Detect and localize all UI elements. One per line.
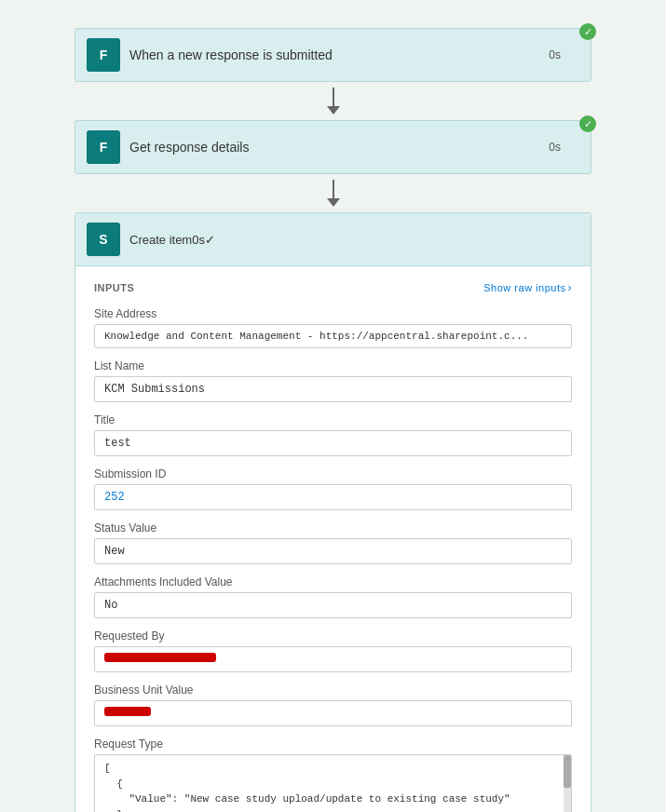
- field-list-name-label: List Name: [94, 359, 572, 372]
- step3-icon: S: [87, 223, 120, 256]
- field-request-type-value[interactable]: [ { "Value": "New case study upload/upda…: [95, 755, 571, 812]
- step1-card[interactable]: F When a new response is submitted 0s ✓: [75, 28, 591, 82]
- inputs-label-text: INPUTS: [94, 282, 134, 293]
- field-site-address: Site Address Knowledge and Content Manag…: [94, 307, 572, 348]
- field-request-type-code-wrapper: [ { "Value": "New case study upload/upda…: [94, 754, 572, 812]
- field-business-unit: Business Unit Value: [94, 683, 572, 726]
- field-list-name: List Name KCM Submissions: [94, 359, 572, 402]
- step3-header[interactable]: S Create item 0s ✓: [75, 213, 591, 266]
- arrow-2: [324, 174, 343, 212]
- redacted-bar-1: [104, 653, 216, 662]
- field-status-value-text: New: [94, 538, 572, 564]
- field-list-name-value: KCM Submissions: [94, 376, 572, 402]
- step1-duration: 0s: [549, 48, 561, 61]
- field-requested-by: Requested By: [94, 629, 572, 672]
- field-requested-by-value: [94, 646, 572, 672]
- step1-icon: F: [87, 38, 120, 72]
- field-submission-id-label: Submission ID: [94, 467, 572, 480]
- field-site-address-label: Site Address: [94, 307, 572, 320]
- step3-label: Create item: [129, 233, 192, 247]
- arrow-1: [324, 82, 343, 120]
- field-attachments-label: Attachments Included Value: [94, 575, 572, 589]
- inputs-section-header: INPUTS Show raw inputs ›: [94, 281, 572, 294]
- field-business-unit-label: Business Unit Value: [94, 683, 572, 697]
- field-status-value: Status Value New: [94, 521, 572, 564]
- field-attachments-value: No: [94, 592, 572, 618]
- step3-body: INPUTS Show raw inputs › Site Address Kn…: [75, 266, 591, 812]
- step2-duration: 0s: [549, 141, 561, 154]
- field-business-unit-value: [94, 700, 572, 726]
- show-raw-label: Show raw inputs: [483, 282, 565, 293]
- field-submission-id: Submission ID 252: [94, 467, 572, 510]
- step2-card[interactable]: F Get response details 0s ✓: [75, 120, 591, 174]
- step2-check: ✓: [579, 115, 596, 132]
- field-site-address-value: Knowledge and Content Management - https…: [94, 324, 572, 348]
- flow-container: F When a new response is submitted 0s ✓ …: [75, 28, 591, 812]
- chevron-right-icon: ›: [568, 281, 573, 294]
- show-raw-button[interactable]: Show raw inputs ›: [483, 281, 572, 294]
- field-title: Title test: [94, 413, 572, 456]
- step1-label: When a new response is submitted: [129, 47, 549, 62]
- field-status-label: Status Value: [94, 521, 572, 535]
- redacted-bar-2: [104, 707, 151, 716]
- field-requested-by-label: Requested By: [94, 629, 572, 643]
- field-submission-id-value: 252: [94, 484, 572, 510]
- step3-expanded-card: S Create item 0s ✓ INPUTS Show raw input…: [75, 212, 591, 812]
- field-attachments: Attachments Included Value No: [94, 575, 572, 618]
- field-title-label: Title: [94, 413, 572, 426]
- vertical-scrollbar-thumb: [564, 755, 571, 788]
- step3-check: ✓: [205, 233, 215, 247]
- step2-icon: F: [87, 130, 120, 164]
- step3-duration: 0s: [192, 233, 205, 247]
- vertical-scrollbar[interactable]: [564, 755, 571, 812]
- field-request-type: Request Type [ { "Value": "New case stud…: [94, 738, 572, 812]
- step1-check: ✓: [579, 23, 596, 40]
- field-title-value: test: [94, 430, 572, 456]
- step2-label: Get response details: [129, 140, 549, 155]
- field-request-type-label: Request Type: [94, 738, 572, 751]
